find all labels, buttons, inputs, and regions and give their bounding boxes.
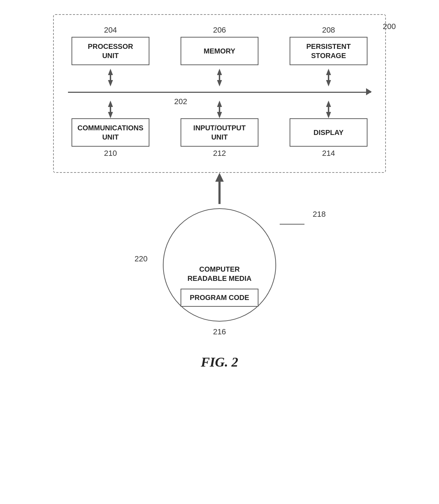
ref-204: 204	[104, 26, 117, 35]
bus-line	[68, 92, 371, 93]
svg-rect-8	[328, 74, 329, 81]
svg-marker-1	[108, 69, 113, 75]
ref-218-line	[276, 215, 312, 233]
svg-rect-19	[218, 181, 221, 204]
svg-rect-14	[219, 106, 220, 113]
system-bus: 202	[68, 86, 371, 97]
memory-wrapper: 206 MEMORY	[177, 26, 262, 65]
svg-rect-17	[328, 106, 329, 113]
svg-marker-6	[326, 80, 331, 86]
svg-marker-18	[215, 173, 224, 182]
svg-marker-13	[217, 101, 222, 107]
comm-unit-box: COMMUNICATIONSUNIT	[72, 118, 149, 147]
io-unit-wrapper: INPUT/OUTPUTUNIT 212	[177, 118, 262, 158]
ref-200: 200	[383, 22, 396, 31]
svg-marker-9	[108, 112, 113, 118]
svg-marker-12	[217, 112, 222, 118]
svg-marker-16	[326, 101, 331, 107]
ref-206: 206	[213, 26, 226, 35]
diagram: 200 204 PROCESSORUNIT 206 MEMORY 208 PER…	[21, 14, 418, 370]
ref-210: 210	[104, 149, 117, 158]
ref-212: 212	[213, 149, 226, 158]
ref-214: 214	[322, 149, 335, 158]
display-box: DISPLAY	[290, 118, 367, 147]
crm-section: 220 COMPUTERREADABLE MEDIA PROGRAM CODE …	[159, 205, 280, 325]
svg-marker-7	[326, 69, 331, 75]
io-unit-box: INPUT/OUTPUTUNIT	[181, 118, 258, 147]
display-wrapper: DISPLAY 214	[286, 118, 371, 158]
svg-marker-0	[108, 80, 113, 86]
arrow-col-4	[68, 97, 153, 118]
svg-rect-5	[219, 74, 220, 81]
crm-outer-text: COMPUTERREADABLE MEDIA	[180, 265, 258, 283]
program-code-box: PROGRAM CODE	[181, 289, 258, 307]
ref-216: 216	[213, 327, 226, 336]
processor-unit-wrapper: 204 PROCESSORUNIT	[68, 26, 153, 65]
main-data-processing-box: 200 204 PROCESSORUNIT 206 MEMORY 208 PER…	[53, 14, 386, 173]
crm-circle-container: COMPUTERREADABLE MEDIA PROGRAM CODE 218	[159, 205, 280, 325]
ref-218: 218	[313, 210, 326, 219]
processor-unit-box: PROCESSORUNIT	[72, 37, 149, 65]
svg-marker-15	[326, 112, 331, 118]
arrow-crm-to-box	[212, 173, 227, 205]
svg-marker-4	[217, 69, 222, 75]
ref-208: 208	[322, 26, 335, 35]
bottom-arrows-area	[68, 97, 371, 118]
persistent-storage-box: PERSISTENTSTORAGE	[290, 37, 367, 65]
arrow-col-6	[286, 97, 371, 118]
arrow-col-5	[177, 97, 262, 118]
bus-arrow	[366, 88, 372, 95]
bottom-block-row: COMMUNICATIONSUNIT 210 INPUT/OUTPUTUNIT …	[68, 118, 371, 158]
comm-unit-wrapper: COMMUNICATIONSUNIT 210	[68, 118, 153, 158]
memory-box: MEMORY	[181, 37, 258, 65]
connector-area	[21, 173, 418, 205]
arrow-col-2	[177, 65, 262, 86]
ref-220: 220	[135, 254, 148, 264]
persistent-storage-wrapper: 208 PERSISTENTSTORAGE	[286, 26, 371, 65]
svg-rect-11	[110, 106, 111, 113]
top-arrows-area	[68, 65, 371, 86]
svg-rect-2	[110, 74, 111, 81]
svg-marker-3	[217, 80, 222, 86]
ref-202: 202	[174, 97, 187, 106]
crm-circle: COMPUTERREADABLE MEDIA PROGRAM CODE	[163, 208, 276, 322]
arrow-col-3	[286, 65, 371, 86]
arrow-col-1	[68, 65, 153, 86]
top-block-row: 204 PROCESSORUNIT 206 MEMORY 208 PERSIST…	[68, 26, 371, 65]
svg-marker-10	[108, 101, 113, 107]
fig-caption: FIG. 2	[201, 354, 238, 370]
